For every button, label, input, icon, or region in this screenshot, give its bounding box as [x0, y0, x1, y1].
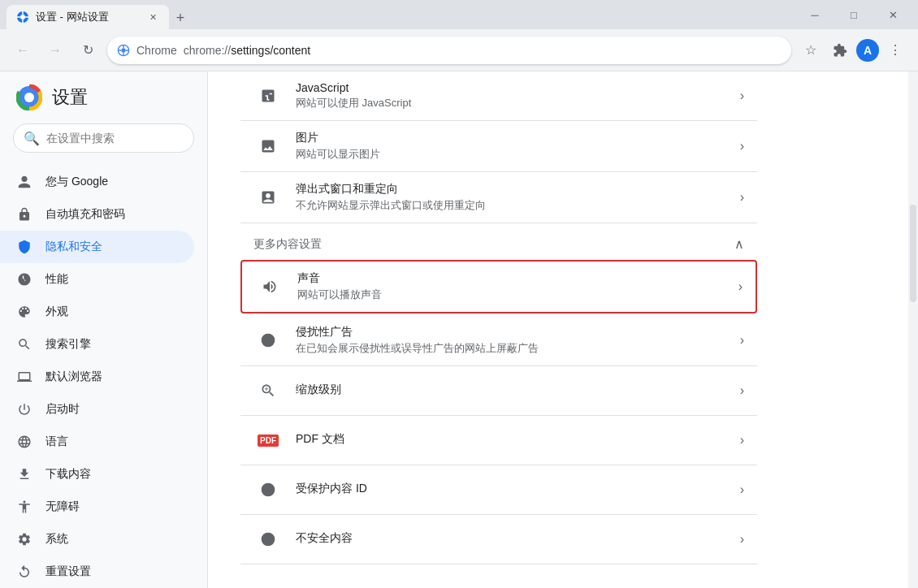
minimize-button[interactable]: ─: [796, 2, 834, 28]
content-item-intrusive-ads[interactable]: 侵扰性广告 在已知会展示侵扰性或误导性广告的网站上屏蔽广告 ›: [240, 315, 757, 366]
scrollbar-thumb[interactable]: [910, 205, 916, 302]
item-text-javascript: JavaScript 网站可以使用 JavaScript: [296, 81, 740, 110]
window-controls: ─ □ ✕: [796, 2, 912, 28]
svg-point-3: [121, 48, 125, 52]
item-subtitle-sound: 网站可以播放声音: [297, 288, 738, 302]
sidebar-icon-appearance: [16, 304, 32, 320]
content-item-images[interactable]: 图片 网站可以显示图片 ›: [240, 121, 757, 172]
chrome-logo-icon: [16, 84, 42, 110]
collapse-icon[interactable]: ∧: [734, 236, 744, 252]
active-tab[interactable]: 设置 - 网站设置 ✕: [6, 5, 169, 29]
sidebar-search-input[interactable]: [46, 132, 188, 145]
toolbar-icons: ☆ A ⋮: [798, 37, 908, 63]
item-icon-javascript: [253, 81, 283, 110]
sidebar-icon-system: [16, 531, 32, 547]
item-title-images: 图片: [296, 131, 740, 145]
sidebar-label-performance: 性能: [45, 272, 68, 287]
sidebar-label-downloads: 下载内容: [45, 467, 91, 482]
item-text-zoom: 缩放级别: [296, 383, 740, 399]
close-button[interactable]: ✕: [874, 2, 912, 28]
menu-button[interactable]: ⋮: [882, 37, 908, 63]
sidebar-icon-search: [16, 336, 32, 352]
svg-point-1: [20, 15, 25, 19]
maximize-button[interactable]: □: [835, 2, 873, 28]
sidebar-item-language[interactable]: 语言: [0, 426, 194, 458]
sidebar-icon-reset: [16, 564, 32, 580]
item-title-sound: 声音: [297, 271, 738, 286]
titlebar: 设置 - 网站设置 ✕ + ─ □ ✕: [0, 0, 918, 29]
sidebar-search-box[interactable]: 🔍: [13, 123, 194, 153]
item-title-protected-content: 受保护内容 ID: [296, 482, 740, 496]
sidebar-item-performance[interactable]: 性能: [0, 263, 194, 296]
item-icon-pdf: PDF: [253, 426, 283, 455]
sidebar-icon-language: [16, 434, 32, 450]
tab-title: 设置 - 网站设置: [36, 10, 109, 24]
item-icon-popup: [253, 183, 283, 212]
sidebar-item-google[interactable]: 您与 Google: [0, 166, 194, 198]
item-text-popup: 弹出式窗口和重定向 不允许网站显示弹出式窗口或使用重定向: [296, 182, 740, 213]
settings-title: 设置: [52, 85, 88, 110]
item-icon-images: [253, 132, 283, 161]
sidebar-icon-privacy: [16, 239, 32, 255]
item-title-zoom: 缩放级别: [296, 383, 740, 397]
item-icon-sound: [255, 272, 284, 301]
reload-button[interactable]: ↻: [75, 37, 101, 63]
item-arrow-sound: ›: [738, 279, 743, 294]
search-icon: 🔍: [24, 131, 40, 146]
url-bar[interactable]: Chrome chrome://settings/content: [107, 37, 791, 64]
chrome-icon: [117, 44, 130, 57]
vertical-scrollbar[interactable]: [908, 71, 918, 588]
item-subtitle-intrusive-ads: 在已知会展示侵扰性或误导性广告的网站上屏蔽广告: [296, 341, 740, 356]
content-items-top: JavaScript 网站可以使用 JavaScript › 图片 网站可以显示…: [240, 71, 757, 223]
item-icon-intrusive-ads: [253, 326, 283, 355]
more-section-title: 更多内容设置: [253, 237, 322, 252]
tab-close-button[interactable]: ✕: [146, 11, 159, 24]
sidebar-icon-downloads: [16, 466, 32, 482]
sidebar-item-accessibility[interactable]: 无障碍: [0, 491, 194, 523]
sidebar-item-downloads[interactable]: 下载内容: [0, 458, 194, 491]
sidebar-item-startup[interactable]: 启动时: [0, 393, 194, 426]
tab-favicon: [16, 11, 29, 24]
sidebar-label-reset: 重置设置: [45, 564, 91, 579]
item-icon-zoom: [253, 376, 283, 405]
content-item-pdf[interactable]: PDF PDF 文档 ›: [240, 416, 757, 465]
sidebar-item-reset[interactable]: 重置设置: [0, 556, 194, 588]
sidebar-item-autofill[interactable]: 自动填充和密码: [0, 198, 194, 231]
item-arrow-intrusive-ads: ›: [740, 333, 744, 348]
sidebar-header: 设置: [0, 71, 207, 117]
content-item-protected-content[interactable]: 受保护内容 ID ›: [240, 465, 757, 515]
extensions-button[interactable]: [827, 37, 853, 63]
content-item-zoom[interactable]: 缩放级别 ›: [240, 366, 757, 416]
forward-button[interactable]: →: [42, 37, 68, 63]
main-content: 设置 🔍 您与 Google 自动填充和密码 隐私和安全 性能 外观 搜索引擎 …: [0, 71, 918, 588]
sidebar-icon-startup: [16, 401, 32, 417]
sidebar-item-default-browser[interactable]: 默认浏览器: [0, 361, 194, 393]
sidebar-label-startup: 启动时: [45, 402, 80, 417]
bookmark-button[interactable]: ☆: [798, 37, 824, 63]
item-text-insecure-content: 不安全内容: [296, 531, 740, 547]
item-arrow-zoom: ›: [740, 383, 744, 398]
item-text-protected-content: 受保护内容 ID: [296, 482, 740, 498]
content-item-popup[interactable]: 弹出式窗口和重定向 不允许网站显示弹出式窗口或使用重定向 ›: [240, 172, 757, 223]
sidebar-label-search: 搜索引擎: [45, 337, 91, 352]
address-bar: ← → ↻ Chrome chrome://settings/content ☆…: [0, 29, 918, 71]
sidebar-item-appearance[interactable]: 外观: [0, 296, 194, 328]
sidebar-label-autofill: 自动填充和密码: [45, 207, 125, 222]
tab-bar: 设置 - 网站设置 ✕ +: [6, 0, 793, 29]
back-button[interactable]: ←: [10, 37, 36, 63]
sidebar-item-privacy[interactable]: 隐私和安全: [0, 231, 194, 263]
sidebar-item-search[interactable]: 搜索引擎: [0, 328, 194, 361]
content-item-insecure-content[interactable]: 不安全内容 ›: [240, 515, 757, 564]
content-items-more: 声音 网站可以播放声音 › 侵扰性广告 在已知会展示侵扰性或误导性广告的网站上屏…: [240, 260, 757, 564]
url-text: chrome://settings/content: [184, 44, 310, 57]
content-item-javascript[interactable]: JavaScript 网站可以使用 JavaScript ›: [240, 71, 757, 121]
item-icon-insecure-content: [253, 525, 283, 554]
content-item-sound[interactable]: 声音 网站可以播放声音 ›: [240, 260, 757, 313]
new-tab-button[interactable]: +: [169, 6, 192, 29]
profile-button[interactable]: A: [856, 39, 879, 62]
sidebar-icon-autofill: [16, 206, 32, 223]
sidebar-label-language: 语言: [45, 435, 68, 449]
sidebar-item-system[interactable]: 系统: [0, 523, 194, 556]
sidebar: 设置 🔍 您与 Google 自动填充和密码 隐私和安全 性能 外观 搜索引擎 …: [0, 71, 208, 588]
sidebar-icon-performance: [16, 271, 32, 288]
